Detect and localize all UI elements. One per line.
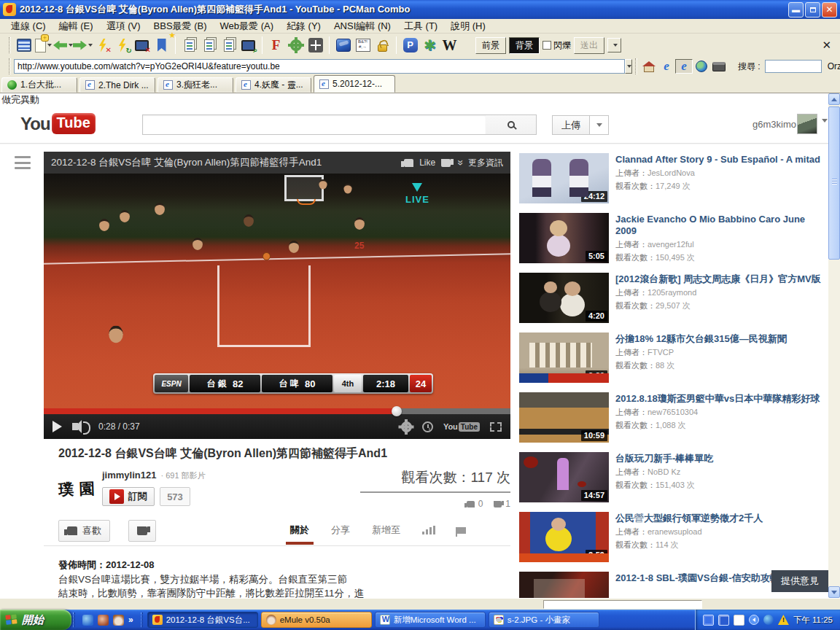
video-thumbnail[interactable]: 10:59 (519, 392, 609, 443)
paste-button[interactable] (219, 36, 238, 55)
quick-launch-icon[interactable] (98, 615, 109, 626)
channel-avatar[interactable]: 璞 園 (56, 472, 97, 507)
url-input[interactable] (14, 59, 625, 74)
player-settings-icon[interactable] (401, 421, 412, 432)
disconnect-button[interactable]: ✕ (93, 36, 112, 55)
tab-share[interactable]: 分享 (331, 524, 350, 537)
feedback-button[interactable]: 提供意見 (771, 570, 828, 592)
avatar[interactable] (797, 114, 817, 134)
bbs-terminal-button[interactable] (14, 36, 34, 55)
browser-tab[interactable]: 3.痴狂老... (158, 77, 233, 93)
video-thumbnail[interactable]: 5:05 (519, 213, 609, 263)
video-thumbnail[interactable]: 4:20 (519, 273, 609, 323)
menu-item[interactable]: ANSI編輯 (N) (327, 20, 397, 33)
quick-launch-ie-icon[interactable] (82, 615, 93, 626)
youtube-logo[interactable]: You Tube (20, 113, 96, 134)
minimize-button[interactable]: ▬ (788, 2, 804, 18)
menu-item[interactable]: 說明 (H) (444, 20, 492, 33)
youtube-watermark[interactable]: YouTube (443, 422, 480, 432)
video-title-link[interactable]: Clannad After Story 9 - Sub Español - A … (615, 154, 828, 166)
toolbar-search-input[interactable] (765, 60, 822, 73)
related-video-item[interactable]: 2:59 公民營大型銀行領軍逆勢徵才2千人 上傳者：eranewsupload … (519, 512, 828, 562)
hide-tray-icons-button[interactable] (749, 615, 759, 625)
send-button[interactable]: 送出 (574, 37, 604, 54)
ime-language-icon[interactable] (703, 615, 714, 626)
tab-add-to[interactable]: 新增至 (372, 524, 400, 537)
copy-ansi-button[interactable] (199, 36, 219, 55)
window-style-button[interactable] (333, 36, 353, 55)
menu-item[interactable]: 編輯 (E) (52, 20, 100, 33)
web-mode-button[interactable] (693, 59, 710, 74)
like-button[interactable]: 喜歡 (58, 520, 110, 542)
back-button[interactable] (53, 36, 73, 55)
youtube-search-button[interactable] (486, 114, 537, 135)
play-button[interactable] (52, 421, 62, 432)
upload-dropdown-button[interactable] (590, 115, 609, 135)
browser-tab[interactable]: 5.2012-12-... (314, 75, 395, 93)
taskbar-task[interactable]: eMule v0.50a (261, 612, 372, 628)
video-title-link[interactable]: 2012.8.18瓊斯盃男籃中華vs日本中華隊精彩好球 (615, 393, 828, 405)
menu-item[interactable]: BBS最愛 (B) (147, 20, 214, 33)
video-thumbnail[interactable]: 2:59 (519, 512, 609, 562)
scroll-down-button[interactable] (828, 586, 840, 598)
ime-toolbar-icon[interactable] (734, 615, 744, 626)
unlock-button[interactable] (373, 36, 392, 55)
taskbar-task[interactable]: 新增Microsoft Word ... (375, 612, 486, 628)
video-title-link[interactable]: Jackie Evancho O Mio Babbino Caro June 2… (615, 214, 828, 237)
dislike-button[interactable] (128, 520, 156, 542)
scroll-up-button[interactable] (828, 93, 840, 105)
search-engine-select[interactable]: Orz (828, 61, 840, 71)
username[interactable]: g6m3kimo (752, 119, 796, 130)
related-video-item[interactable]: 24:12 Clannad After Story 9 - Sub Españo… (519, 153, 828, 203)
menu-item[interactable]: 紀錄 (Y) (280, 20, 327, 33)
upload-button[interactable]: 上傳 (552, 115, 590, 135)
toolbar-close-icon[interactable]: ✕ (822, 39, 831, 52)
video-title-link[interactable]: 分擔18% 12縣市欠台銀315億—民視新聞 (615, 333, 828, 345)
related-video-item[interactable]: 14:57 台版玩刀新手-棒棒單吃 上傳者：NoBD Kz 觀看次數：151,4… (519, 452, 828, 502)
menu-item[interactable]: 連線 (C) (4, 20, 52, 33)
video-frame[interactable]: LIVE 25 ESPN 台 銀82 台 啤80 4th 2:18 24 (44, 174, 510, 408)
plugins-button[interactable]: ✱ (420, 36, 440, 55)
vertical-scrollbar[interactable] (828, 93, 840, 598)
menu-item[interactable]: Web最愛 (A) (214, 20, 280, 33)
security-alert-icon[interactable] (778, 615, 789, 625)
input-helper-button[interactable]: B&?!#,→ (353, 36, 373, 55)
quick-launch-chevron[interactable]: » (128, 615, 133, 625)
forward-button[interactable] (73, 36, 93, 55)
subscribe-button[interactable]: 訂閱 (102, 487, 155, 506)
toolbar-gripper[interactable] (9, 37, 11, 53)
ime-input-icon[interactable] (718, 615, 729, 626)
seek-bar[interactable] (44, 408, 510, 414)
embedded-browser-button[interactable]: e (675, 59, 693, 74)
resize-button[interactable] (306, 36, 325, 55)
close-connection-button[interactable]: ✕ (132, 36, 152, 55)
taskbar-gripper[interactable] (141, 612, 143, 627)
browser-tab[interactable]: 4.妖魔 - 靈... (236, 77, 311, 93)
background-button[interactable]: 背景 (509, 37, 540, 54)
blink-checkbox[interactable] (542, 41, 551, 50)
new-tab-button[interactable] (34, 36, 53, 55)
wikipedia-button[interactable]: W (440, 36, 459, 55)
channel-name[interactable]: jimmylin121· 691 部影片 (102, 470, 206, 481)
menu-item[interactable]: 選項 (V) (100, 20, 147, 33)
send-dropdown-button[interactable] (607, 38, 621, 52)
quick-launch-emule-icon[interactable] (113, 615, 124, 626)
browser-tab[interactable]: 2.The Dirk ... (79, 77, 155, 93)
related-video-item[interactable]: 10:59 2012.8.18瓊斯盃男籃中華vs日本中華隊精彩好球 上傳者：ne… (519, 392, 828, 443)
taskbar-gripper[interactable] (73, 612, 75, 627)
guide-menu-button[interactable] (15, 156, 31, 169)
related-video-item[interactable]: 5:05 Jackie Evancho O Mio Babbino Caro J… (519, 213, 828, 263)
add-bookmark-button[interactable]: ★ (152, 36, 171, 55)
overlay-like-icon[interactable] (404, 159, 413, 167)
video-title-link[interactable]: 公民營大型銀行領軍逆勢徵才2千人 (615, 513, 828, 524)
volume-button[interactable] (72, 423, 78, 430)
url-dropdown-button[interactable] (625, 59, 632, 74)
video-thumbnail[interactable] (519, 572, 609, 598)
open-in-ie-button[interactable]: e (658, 59, 675, 74)
account-menu-caret[interactable] (822, 122, 828, 136)
related-video-item[interactable]: 2:36 分擔18% 12縣市欠台銀315億—民視新聞 上傳者：FTVCP 觀看… (519, 332, 828, 383)
start-button[interactable]: 開始 (0, 610, 71, 630)
windows-update-icon[interactable] (763, 615, 774, 625)
terminal-mode-button[interactable] (710, 59, 728, 74)
fullscreen-button[interactable] (490, 422, 502, 432)
